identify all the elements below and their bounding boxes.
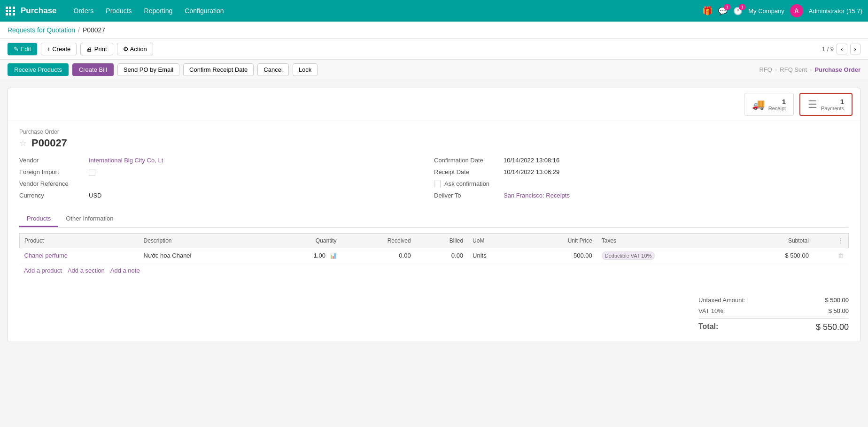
order-table: Product Description Quantity Received Bi… [19, 233, 849, 263]
vendor-row: Vendor International Big City Co, Lt [19, 157, 423, 164]
receipt-info: 1 Receipt [768, 98, 786, 111]
nav-prev-button[interactable]: ‹ [837, 44, 847, 54]
cancel-button[interactable]: Cancel [257, 63, 288, 76]
td-delete[interactable]: 🗑 [814, 248, 849, 263]
td-product[interactable]: Chanel perfume [20, 248, 139, 263]
step-rfq[interactable]: RFQ [760, 66, 772, 73]
action-bar: ✎ Edit + Create 🖨 Print ⚙ Action 1 / 9 ‹… [0, 39, 868, 60]
nav-reporting[interactable]: Reporting [139, 4, 178, 17]
receipt-date-row: Receipt Date 10/14/2022 13:06:29 [434, 168, 837, 175]
td-received: 0.00 [341, 248, 416, 263]
print-button[interactable]: 🖨 Print [80, 43, 113, 55]
favorite-icon[interactable]: ☆ [19, 138, 27, 148]
payments-info: 1 Payments [821, 98, 844, 111]
td-unit-price: 500.00 [520, 248, 597, 263]
deliver-to-value[interactable]: San Francisco: Receipts [504, 192, 570, 199]
currency-value: USD [89, 192, 101, 199]
currency-row: Currency USD [19, 192, 423, 199]
top-navigation: Purchase Orders Products Reporting Confi… [0, 0, 868, 22]
add-product-link[interactable]: Add a product [24, 267, 62, 274]
tax-badge[interactable]: Deductible VAT 10% [602, 252, 655, 260]
nav-configuration[interactable]: Configuration [179, 4, 229, 17]
td-subtotal: $ 500.00 [739, 248, 814, 263]
forecast-icon[interactable]: 📊 [329, 252, 337, 259]
nav-position: 1 / 9 [822, 46, 834, 53]
company-name[interactable]: My Company [748, 8, 784, 15]
ask-confirmation-checkbox[interactable] [434, 181, 441, 187]
gift-icon[interactable]: 🎁 [702, 6, 713, 16]
receipt-smart-button[interactable]: 🚚 1 Receipt [744, 93, 794, 116]
th-uom: UoM [468, 234, 520, 248]
clock-icon[interactable]: 🕐 1 [733, 7, 743, 15]
add-section-link[interactable]: Add a section [68, 267, 105, 274]
th-quantity: Quantity [268, 234, 341, 248]
table-header-row: Product Description Quantity Received Bi… [20, 234, 849, 248]
vat-label: VAT 10%: [698, 307, 725, 314]
app-title[interactable]: Purchase [21, 6, 57, 15]
th-unit-price: Unit Price [520, 234, 597, 248]
nav-next-button[interactable]: › [850, 44, 860, 54]
tab-bar: Products Other Information [19, 211, 849, 228]
step-purchase-order[interactable]: Purchase Order [814, 66, 860, 73]
th-description: Description [139, 234, 268, 248]
breadcrumb: Requests for Quotation / P00027 [0, 22, 868, 39]
total-label: Total: [698, 322, 718, 332]
breadcrumb-parent[interactable]: Requests for Quotation [8, 26, 75, 34]
totals-section: Untaxed Amount: $ 500.00 VAT 10%: $ 50.0… [8, 287, 860, 342]
vat-value: $ 50.00 [829, 307, 849, 314]
receipt-label: Receipt [768, 106, 786, 111]
foreign-import-label: Foreign Import [19, 168, 85, 175]
chat-icon[interactable]: 💬 1 [718, 7, 728, 15]
doc-title-row: ☆ P00027 [19, 137, 849, 149]
smart-buttons: 🚚 1 Receipt ☰ 1 Payments [8, 88, 860, 121]
confirmation-date-value: 10/14/2022 13:08:16 [504, 157, 559, 164]
td-uom: Units [468, 248, 520, 263]
totals-table: Untaxed Amount: $ 500.00 VAT 10%: $ 50.0… [698, 295, 849, 334]
nav-right: 🎁 💬 1 🕐 1 My Company A Administrator (15… [702, 4, 862, 17]
receipt-count: 1 [782, 98, 786, 106]
form-grid: Vendor International Big City Co, Lt For… [19, 157, 849, 204]
truck-icon: 🚚 [752, 99, 765, 111]
confirm-receipt-button[interactable]: Confirm Receipt Date [183, 63, 254, 76]
edit-button[interactable]: ✎ Edit [8, 43, 37, 55]
receive-products-button[interactable]: Receive Products [8, 63, 69, 76]
send-po-button[interactable]: Send PO by Email [117, 63, 179, 76]
th-product: Product [20, 234, 139, 248]
payments-smart-button[interactable]: ☰ 1 Payments [799, 93, 852, 116]
breadcrumb-separator: / [78, 26, 80, 34]
create-button[interactable]: + Create [41, 43, 77, 55]
untaxed-amount-row: Untaxed Amount: $ 500.00 [698, 295, 849, 305]
nav-orders[interactable]: Orders [68, 4, 100, 17]
doc-title: P00027 [31, 137, 67, 149]
step-rfq-sent[interactable]: RFQ Sent [780, 66, 807, 73]
lock-button[interactable]: Lock [293, 63, 318, 76]
doc-type-label: Purchase Order [19, 129, 849, 135]
total-value: $ 550.00 [816, 322, 849, 332]
th-options[interactable]: ⋮ [814, 234, 849, 248]
trash-icon[interactable]: 🗑 [838, 252, 844, 259]
form-section: Purchase Order ☆ P00027 Vendor Internati… [8, 121, 860, 211]
vat-row: VAT 10%: $ 50.00 [698, 305, 849, 316]
td-billed: 0.00 [416, 248, 468, 263]
status-bar: Receive Products Create Bill Send PO by … [0, 60, 868, 80]
th-received: Received [341, 234, 416, 248]
td-taxes: Deductible VAT 10% [597, 248, 739, 263]
total-row: Total: $ 550.00 [698, 318, 849, 334]
app-menu-icon[interactable] [6, 7, 15, 15]
vendor-label: Vendor [19, 157, 85, 164]
user-name[interactable]: Administrator (15.7) [809, 8, 862, 15]
tab-other-information[interactable]: Other Information [58, 211, 121, 227]
tab-products[interactable]: Products [19, 211, 58, 227]
create-bill-button[interactable]: Create Bill [72, 63, 114, 76]
nav-products[interactable]: Products [100, 4, 137, 17]
payments-icon: ☰ [808, 99, 817, 111]
avatar[interactable]: A [790, 4, 803, 17]
ask-confirmation-label: Ask confirmation [444, 180, 489, 187]
receipt-date-label: Receipt Date [434, 168, 500, 175]
add-note-link[interactable]: Add a note [110, 267, 140, 274]
vendor-value[interactable]: International Big City Co, Lt [89, 157, 163, 164]
nav-controls: 1 / 9 ‹ › [822, 44, 860, 54]
foreign-import-checkbox[interactable] [89, 169, 95, 175]
th-taxes: Taxes [597, 234, 739, 248]
action-button[interactable]: ⚙ Action [117, 43, 153, 55]
